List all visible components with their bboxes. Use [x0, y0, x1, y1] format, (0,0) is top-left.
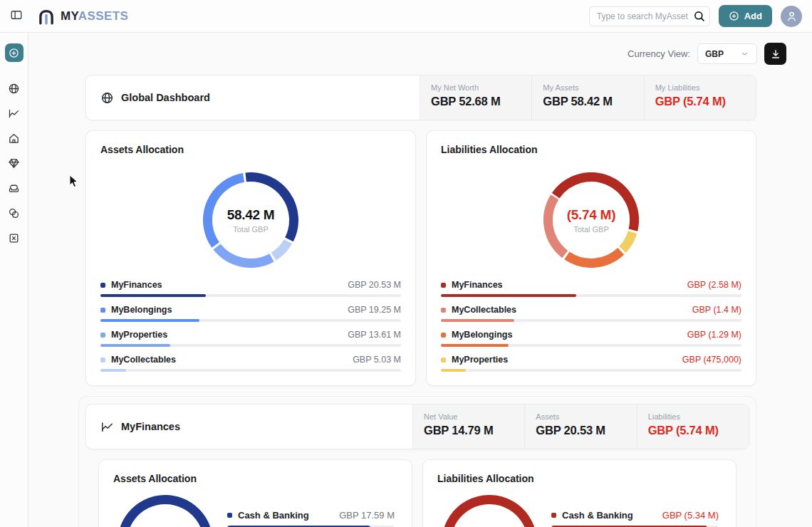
search-icon[interactable]: [693, 10, 705, 22]
liabilities-legend: Cash & BankingGBP (5.34 M): [551, 510, 719, 527]
legend-bar-fill: [441, 294, 576, 297]
legend-bar-fill: [100, 319, 199, 322]
assets-donut-chart: 58.42 M Total GBP: [203, 172, 298, 268]
legend-color-dot: [551, 513, 556, 518]
search-input[interactable]: [589, 6, 710, 26]
liabilities-donut-chart: (5.74 M) Total GBP: [543, 172, 639, 268]
legend-row[interactable]: MyCollectablesGBP 5.03 M: [100, 355, 401, 372]
plus-circle-icon: [729, 11, 739, 21]
global-dashboard-title: Global Dashboard: [86, 75, 420, 120]
legend-color-dot: [441, 308, 446, 313]
myfinances-title: MyFinances: [86, 405, 412, 449]
legend-color-dot: [441, 333, 446, 338]
sidebar-item-home[interactable]: [2, 126, 26, 151]
legend-row[interactable]: Cash & BankingGBP 17.59 M: [227, 510, 395, 527]
sidebar-add-button[interactable]: [5, 43, 24, 62]
sidebar-item-coins[interactable]: [2, 201, 26, 226]
app-title: MYASSETS: [61, 9, 128, 24]
main-content: Currency View: GBP Global Dashboard My N…: [28, 33, 812, 527]
legend-bar-track: [100, 369, 401, 372]
myfinances-stats: Net ValueGBP 14.79 MAssetsGBP 20.53 MLia…: [412, 405, 749, 449]
sidebar-toggle-icon[interactable]: [10, 9, 23, 24]
legend-label: MyBelongings: [111, 305, 172, 315]
assets-legend: Cash & BankingGBP 17.59 M: [227, 510, 395, 527]
currency-select[interactable]: GBP: [697, 43, 757, 64]
legend-label: Cash & Banking: [238, 510, 309, 521]
legend-value: GBP (1.29 M): [687, 330, 741, 340]
legend-label: MyBelongings: [452, 330, 512, 340]
legend-value: GBP (5.34 M): [662, 510, 719, 521]
legend-label: MyCollectables: [452, 305, 516, 315]
legend-color-dot: [100, 308, 105, 313]
assets-legend: MyFinancesGBP 20.53 MMyBelongingsGBP 19.…: [100, 280, 401, 372]
donut-total-value: (5.74 M): [567, 207, 615, 223]
legend-label: MyCollectables: [111, 355, 176, 365]
legend-bar-fill: [100, 344, 170, 347]
legend-row[interactable]: MyPropertiesGBP 13.61 M: [100, 330, 401, 347]
card-title: Assets Allocation: [113, 473, 397, 484]
stat-label: Assets: [536, 412, 625, 421]
stat-value: GBP 52.68 M: [431, 95, 521, 108]
donut-segment-cash-banking: [446, 499, 532, 527]
legend-value: GBP 5.03 M: [353, 355, 401, 365]
global-dashboard-section: Global Dashboard My Net WorthGBP 52.68 M…: [85, 75, 756, 386]
legend-bar-fill: [100, 294, 206, 297]
user-avatar[interactable]: [781, 6, 802, 27]
stat-cell: Net ValueGBP 14.79 M: [413, 405, 524, 449]
sidebar-item-sofa[interactable]: [2, 176, 26, 201]
liabilities-legend: MyFinancesGBP (2.58 M)MyCollectablesGBP …: [441, 280, 741, 372]
stat-label: Net Value: [424, 412, 514, 421]
stat-cell: LiabilitiesGBP (5.74 M): [637, 405, 749, 449]
download-button[interactable]: [764, 43, 786, 65]
box-x-icon: [8, 232, 20, 244]
stat-cell: AssetsGBP 20.53 M: [524, 405, 636, 449]
gem-icon: [8, 157, 20, 169]
myassets-m-logo-icon: [37, 7, 56, 26]
currency-toolbar: Currency View: GBP: [28, 33, 812, 75]
sidebar-item-gem[interactable]: [2, 151, 26, 176]
liabilities-allocation-card: Liabilities Allocation (5.74 M) Total GB…: [426, 130, 756, 386]
legend-label: MyFinances: [111, 280, 162, 290]
currency-view-label: Currency View:: [628, 48, 690, 59]
legend-row[interactable]: MyFinancesGBP 20.53 M: [100, 280, 401, 297]
legend-bar-track: [100, 319, 401, 322]
stat-cell: My AssetsGBP 58.42 M: [531, 75, 643, 120]
sofa-icon: [8, 182, 20, 194]
sidebar-item-chart[interactable]: [2, 101, 26, 126]
legend-row[interactable]: MyBelongingsGBP 19.25 M: [100, 305, 401, 322]
donut-total-label: Total GBP: [573, 225, 609, 234]
download-icon: [770, 48, 781, 60]
home-icon: [8, 132, 20, 145]
person-icon: [786, 10, 798, 22]
add-button[interactable]: Add: [719, 5, 772, 27]
assets-donut-chart: [118, 495, 213, 527]
legend-row[interactable]: MyPropertiesGBP (475,000): [441, 355, 741, 372]
legend-color-dot: [227, 513, 232, 518]
legend-color-dot: [441, 283, 446, 288]
stat-value: GBP 14.79 M: [424, 424, 514, 437]
stat-value: GBP 58.42 M: [543, 95, 633, 108]
legend-row[interactable]: MyBelongingsGBP (1.29 M): [441, 330, 741, 347]
sidebar-item-box-x[interactable]: [2, 226, 26, 251]
legend-bar-track: [100, 344, 401, 347]
chevron-down-icon: [740, 49, 749, 58]
stat-label: My Net Worth: [431, 83, 521, 92]
card-title: Liabilities Allocation: [441, 144, 741, 155]
legend-row[interactable]: MyCollectablesGBP (1.4 M): [441, 305, 741, 322]
line-chart-icon: [100, 420, 114, 434]
legend-bar-fill: [100, 369, 126, 372]
globe-icon: [8, 83, 20, 95]
global-stats: My Net WorthGBP 52.68 MMy AssetsGBP 58.4…: [420, 75, 756, 120]
app-logo: MYASSETS: [37, 7, 128, 26]
legend-bar-track: [441, 369, 741, 372]
legend-label: MyProperties: [452, 355, 508, 365]
legend-row[interactable]: MyFinancesGBP (2.58 M): [441, 280, 741, 297]
legend-row[interactable]: Cash & BankingGBP (5.34 M): [551, 510, 719, 527]
donut-total-value: 58.42 M: [227, 207, 275, 223]
legend-label: MyProperties: [111, 330, 167, 340]
sidebar-item-globe[interactable]: [2, 76, 26, 101]
legend-bar-track: [441, 344, 741, 347]
stat-cell: My LiabilitiesGBP (5.74 M): [644, 75, 756, 120]
globe-icon: [100, 91, 114, 105]
legend-bar-fill: [441, 369, 466, 372]
